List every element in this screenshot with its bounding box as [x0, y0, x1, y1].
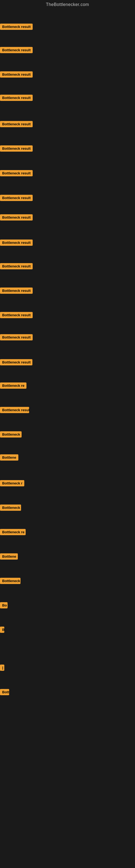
bottleneck-badge: Bottleneck result [0, 334, 33, 340]
bottleneck-badge: Bottleneck [0, 431, 21, 437]
bottleneck-badge: Bottleneck result [0, 214, 33, 220]
bottleneck-badge: Bottleneck result [0, 71, 33, 78]
bottleneck-result-item[interactable]: | [0, 664, 4, 671]
bottleneck-result-item[interactable]: Bo [0, 602, 8, 609]
bottleneck-result-item[interactable]: Bottleneck result [0, 359, 32, 365]
bottleneck-badge: Bottleneck result [0, 287, 33, 294]
bottleneck-result-item[interactable]: Bottlene [0, 553, 18, 560]
bottleneck-result-item[interactable]: Bottleneck [0, 431, 21, 437]
bottleneck-result-item[interactable]: Bottleneck resul [0, 407, 29, 413]
bottleneck-badge: Bottlene [0, 454, 18, 461]
bottleneck-badge: | [0, 664, 4, 671]
bottleneck-result-item[interactable]: Bottleneck result [0, 334, 33, 340]
bottleneck-result-item[interactable]: Bottleneck result [0, 47, 33, 53]
bottleneck-result-item[interactable]: Bottleneck result [0, 195, 33, 201]
bottleneck-badge: Bottleneck result [0, 240, 33, 246]
bottleneck-result-item[interactable]: Bottleneck r [0, 480, 24, 486]
bottleneck-result-item[interactable]: Bottleneck result [0, 240, 33, 246]
bottleneck-badge: Bottleneck re [0, 382, 27, 389]
bottleneck-result-item[interactable]: Bott [0, 689, 9, 695]
bottleneck-badge: Bott [0, 689, 9, 695]
bottleneck-badge: B [0, 627, 4, 633]
bottleneck-result-item[interactable]: Bottleneck result [0, 24, 33, 30]
bottleneck-badge: Bottleneck result [0, 145, 33, 152]
bottleneck-badge: Bottleneck [0, 504, 21, 511]
bottleneck-badge: Bottleneck result [0, 47, 33, 53]
bottleneck-badge: Bottleneck r [0, 480, 24, 486]
bottleneck-badge: Bo [0, 602, 8, 609]
bottleneck-badge: Bottleneck result [0, 312, 33, 318]
bottleneck-result-item[interactable]: Bottleneck result [0, 263, 33, 269]
bottleneck-result-item[interactable]: Bottleneck result [0, 95, 33, 101]
bottleneck-result-item[interactable]: Bottleneck result [0, 312, 33, 318]
bottleneck-result-item[interactable]: Bottleneck re [0, 529, 26, 535]
bottleneck-result-item[interactable]: Bottleneck result [0, 121, 33, 127]
bottleneck-result-item[interactable]: Bottleneck result [0, 71, 33, 78]
bottleneck-result-item[interactable]: Bottleneck re [0, 382, 27, 389]
bottleneck-badge: Bottleneck result [0, 359, 32, 365]
bottleneck-badge: Bottlene [0, 553, 18, 560]
bottleneck-badge: Bottleneck result [0, 24, 33, 30]
bottleneck-result-item[interactable]: B [0, 627, 4, 633]
bottleneck-badge: Bottleneck re [0, 529, 26, 535]
bottleneck-result-item[interactable]: Bottleneck result [0, 145, 33, 152]
bottleneck-result-item[interactable]: Bottleneck result [0, 170, 33, 176]
bottleneck-badge: Bottleneck result [0, 95, 33, 101]
bottleneck-badge: Bottleneck result [0, 263, 33, 269]
bottleneck-badge: Bottleneck result [0, 121, 33, 127]
bottleneck-result-item[interactable]: Bottleneck [0, 578, 20, 584]
bottleneck-badge: Bottleneck result [0, 195, 33, 201]
site-title: TheBottlenecker.com [0, 0, 135, 8]
bottleneck-result-item[interactable]: Bottleneck [0, 504, 21, 511]
bottleneck-badge: Bottleneck result [0, 170, 33, 176]
bottleneck-result-item[interactable]: Bottleneck result [0, 214, 33, 220]
bottleneck-badge: Bottleneck resul [0, 407, 29, 413]
bottleneck-result-item[interactable]: Bottleneck result [0, 287, 33, 294]
bottleneck-badge: Bottleneck [0, 578, 20, 584]
bottleneck-result-item[interactable]: Bottlene [0, 454, 18, 461]
